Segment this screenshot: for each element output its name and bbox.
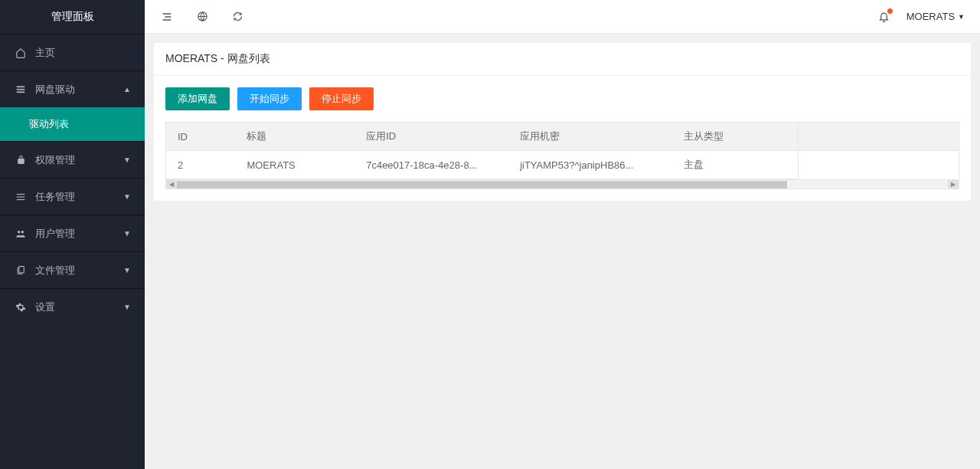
stop-sync-button[interactable]: 停止同步 <box>309 87 374 110</box>
svg-point-7 <box>21 230 24 233</box>
cell-title: MOERATS <box>235 151 354 179</box>
table-container: ID 标题 应用ID 应用机密 主从类型 缓存量 更新时 2 MOERATS <box>165 122 959 189</box>
menu-toggle-icon[interactable] <box>160 10 174 24</box>
col-ops: 操作 <box>799 123 959 151</box>
caret-down-icon: ▼ <box>958 13 965 21</box>
bars-icon <box>14 192 28 202</box>
menu-label: 设置 <box>35 300 55 314</box>
chevron-up-icon: ▲ <box>123 85 131 93</box>
user-dropdown[interactable]: MOERATS ▼ <box>906 11 965 22</box>
refresh-icon[interactable] <box>230 10 244 24</box>
svg-rect-3 <box>17 193 25 194</box>
menu-label: 主页 <box>35 46 55 60</box>
sidebar-item-drive[interactable]: 网盘驱动 ▲ <box>0 71 145 107</box>
sidebar-item-permissions[interactable]: 权限管理 ▼ <box>0 142 145 178</box>
gear-icon <box>14 302 28 313</box>
cell-id: 2 <box>166 151 235 179</box>
lock-icon <box>14 155 28 165</box>
home-icon <box>14 48 28 58</box>
notification-dot <box>887 8 893 14</box>
sidebar-title: 管理面板 <box>0 0 145 34</box>
chevron-down-icon: ▼ <box>123 266 131 274</box>
content-area: MOERATS - 网盘列表 添加网盘 开始同步 停止同步 ID 标题 应用ID… <box>145 34 980 469</box>
menu-label: 网盘驱动 <box>35 83 75 97</box>
sidebar-item-home[interactable]: 主页 <box>0 34 145 71</box>
menu-label: 用户管理 <box>35 227 75 241</box>
col-title: 标题 <box>235 123 354 151</box>
list-icon <box>14 84 28 95</box>
fixed-ops-column: 操作 管理 编辑 删除 <box>798 123 959 182</box>
files-icon <box>14 265 28 275</box>
topbar-right: MOERATS ▼ <box>877 10 965 24</box>
col-secret: 应用机密 <box>508 123 672 151</box>
menu-label: 权限管理 <box>35 153 75 167</box>
svg-point-6 <box>18 230 21 233</box>
action-buttons: 添加网盘 开始同步 停止同步 <box>165 87 959 110</box>
cell-secret: jiTYAMP53?^janipHB86... <box>508 151 672 179</box>
chevron-down-icon: ▼ <box>123 229 131 238</box>
cell-appid: 7c4ee017-18ca-4e28-8... <box>354 151 508 179</box>
start-sync-button[interactable]: 开始同步 <box>237 87 302 110</box>
scroll-track: ◀ ▶ <box>166 180 959 189</box>
topbar: MOERATS ▼ <box>145 0 980 34</box>
sidebar-item-users[interactable]: 用户管理 ▼ <box>0 215 145 251</box>
sidebar-item-files[interactable]: 文件管理 ▼ <box>0 252 145 288</box>
chevron-down-icon: ▼ <box>123 192 131 201</box>
col-id: ID <box>166 123 235 151</box>
sidebar-item-drive-list[interactable]: 驱动列表 <box>0 107 145 141</box>
users-icon <box>14 228 28 239</box>
svg-rect-5 <box>17 198 25 199</box>
add-drive-button[interactable]: 添加网盘 <box>165 87 230 110</box>
panel: MOERATS - 网盘列表 添加网盘 开始同步 停止同步 ID 标题 应用ID… <box>154 43 971 201</box>
svg-rect-4 <box>17 196 25 197</box>
svg-rect-2 <box>17 91 25 93</box>
username-label: MOERATS <box>906 11 955 22</box>
svg-rect-1 <box>17 88 25 90</box>
chevron-down-icon: ▼ <box>123 156 131 164</box>
sidebar: 管理面板 主页 网盘驱动 ▲ 驱动列表 权限管理 ▼ 任务管理 ▼ <box>0 0 145 469</box>
svg-rect-8 <box>18 267 24 273</box>
col-appid: 应用ID <box>354 123 508 151</box>
panel-title: MOERATS - 网盘列表 <box>154 43 971 76</box>
sidebar-item-settings[interactable]: 设置 ▼ <box>0 289 145 325</box>
horizontal-scrollbar[interactable]: ◀ ▶ <box>166 179 959 189</box>
topbar-left <box>160 10 244 24</box>
chevron-down-icon: ▼ <box>123 303 131 311</box>
menu-label: 任务管理 <box>35 190 75 204</box>
menu-label: 文件管理 <box>35 264 75 277</box>
scroll-thumb[interactable] <box>177 181 787 189</box>
sidebar-item-tasks[interactable]: 任务管理 ▼ <box>0 179 145 215</box>
menu-label: 驱动列表 <box>29 117 69 131</box>
panel-body: 添加网盘 开始同步 停止同步 ID 标题 应用ID 应用机密 主从类型 缓存量 <box>154 76 971 201</box>
scroll-right-arrow[interactable]: ▶ <box>948 180 959 189</box>
scroll-left-arrow[interactable]: ◀ <box>166 180 177 189</box>
notification-bell[interactable] <box>877 10 891 24</box>
scroll-space <box>787 181 948 189</box>
globe-icon[interactable] <box>195 10 209 24</box>
svg-rect-0 <box>17 86 25 87</box>
